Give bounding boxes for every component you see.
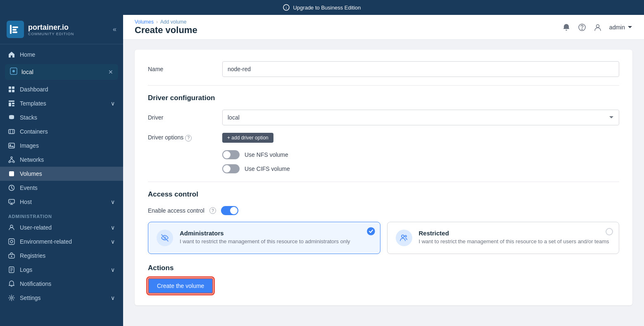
svg-rect-5 xyxy=(12,29,17,31)
sidebar-stacks-label: Stacks xyxy=(20,114,37,121)
svg-point-34 xyxy=(10,201,11,202)
sidebar-collapse-btn[interactable]: « xyxy=(113,26,116,33)
sidebar-item-events[interactable]: Events xyxy=(0,181,123,195)
events-icon xyxy=(8,185,15,191)
svg-point-37 xyxy=(10,240,13,243)
add-driver-option-btn[interactable]: + add driver option xyxy=(222,133,273,143)
env-close-btn[interactable]: ✕ xyxy=(108,69,113,75)
admin-restrict-icon xyxy=(161,234,169,242)
nfs-label: Use NFS volume xyxy=(245,151,288,158)
breadcrumb-volumes[interactable]: Volumes xyxy=(135,19,154,25)
sidebar-item-templates[interactable]: Templates ∨ xyxy=(0,96,123,110)
logs-chevron: ∨ xyxy=(111,266,115,273)
sidebar-networks-label: Networks xyxy=(20,156,44,163)
administrators-card-icon xyxy=(157,230,173,246)
svg-rect-16 xyxy=(12,105,14,106)
create-volume-btn[interactable]: Create the volume xyxy=(148,278,213,294)
sidebar-logo: portainer.io COMMUNITY EDITION « xyxy=(0,15,123,44)
breadcrumb: Volumes › Add volume xyxy=(135,19,197,25)
name-input[interactable] xyxy=(222,61,619,77)
portainer-logo-icon xyxy=(7,21,24,38)
help-icon[interactable] xyxy=(578,23,586,31)
admin-section-label: Administration xyxy=(0,209,123,221)
restricted-icon xyxy=(400,234,408,242)
sidebar-user-related-label: User-related xyxy=(20,224,52,231)
svg-rect-10 xyxy=(12,86,14,89)
sidebar-images-label: Images xyxy=(20,142,39,149)
restricted-card-content: Restricted I want to restrict the manage… xyxy=(419,230,609,244)
svg-rect-29 xyxy=(11,173,12,175)
sidebar-containers-label: Containers xyxy=(20,128,48,135)
dashboard-icon xyxy=(8,86,15,93)
sidebar-item-user-related[interactable]: User-related ∨ xyxy=(0,221,123,235)
restricted-card-icon xyxy=(396,230,412,246)
sidebar-item-settings[interactable]: Settings ∨ xyxy=(0,291,123,305)
sidebar-templates-label: Templates xyxy=(20,100,46,107)
notifications-icon xyxy=(8,280,15,287)
upgrade-icon: i xyxy=(283,4,290,11)
env-badge: local ✕ xyxy=(5,64,118,80)
admin-user-btn[interactable]: admin xyxy=(609,24,632,31)
svg-point-47 xyxy=(596,24,599,27)
driver-options-help-icon[interactable]: ? xyxy=(185,135,192,141)
templates-icon xyxy=(8,100,15,107)
svg-rect-9 xyxy=(9,86,11,89)
svg-text:i: i xyxy=(286,6,287,10)
main-content: Volumes › Add volume Create volume xyxy=(123,15,644,326)
sidebar-item-stacks[interactable]: Stacks xyxy=(0,110,123,125)
sidebar-item-images[interactable]: Images xyxy=(0,139,123,153)
upgrade-bar[interactable]: i Upgrade to Business Edition xyxy=(0,0,644,15)
sidebar-item-host[interactable]: Host ∨ xyxy=(0,195,123,209)
cifs-toggle[interactable] xyxy=(222,164,240,173)
cifs-toggle-row: Use CIFS volume xyxy=(222,164,619,173)
sidebar-item-logs[interactable]: Logs ∨ xyxy=(0,263,123,277)
stacks-icon xyxy=(8,114,15,121)
driver-select[interactable]: local xyxy=(222,110,619,125)
user-icon[interactable] xyxy=(594,23,602,31)
cifs-label: Use CIFS volume xyxy=(245,165,290,172)
sidebar-host-label: Host xyxy=(20,199,32,205)
sidebar-item-home[interactable]: Home xyxy=(0,48,123,62)
enable-ac-help-icon[interactable]: ? xyxy=(209,207,216,214)
enable-ac-row: Enable access control ? xyxy=(148,206,619,215)
host-icon xyxy=(8,199,15,205)
svg-point-35 xyxy=(10,225,13,228)
templates-chevron: ∨ xyxy=(111,100,115,107)
sidebar-item-notifications[interactable]: Notifications xyxy=(0,277,123,291)
sidebar-item-containers[interactable]: Containers xyxy=(0,125,123,139)
restricted-card[interactable]: Restricted I want to restrict the manage… xyxy=(387,222,620,254)
sidebar-item-registries[interactable]: Registries xyxy=(0,249,123,263)
restricted-card-radio xyxy=(606,228,613,235)
svg-rect-18 xyxy=(9,129,14,134)
administrators-card-check xyxy=(367,227,375,237)
administrators-card[interactable]: Administrators I want to restrict the ma… xyxy=(148,222,380,254)
svg-rect-21 xyxy=(9,143,14,148)
sidebar-item-env-related[interactable]: Environment-related ∨ xyxy=(0,235,123,249)
svg-rect-14 xyxy=(9,103,11,106)
sidebar-item-networks[interactable]: Networks xyxy=(0,153,123,167)
svg-point-44 xyxy=(11,297,13,299)
admin-label: admin xyxy=(609,24,625,31)
access-cards: Administrators I want to restrict the ma… xyxy=(148,222,619,254)
bell-icon[interactable] xyxy=(562,23,570,31)
name-row: Name xyxy=(148,61,619,77)
sidebar-item-dashboard[interactable]: Dashboard xyxy=(0,82,123,96)
images-icon xyxy=(8,142,15,149)
name-label: Name xyxy=(148,66,214,72)
sidebar: portainer.io COMMUNITY EDITION « Home xyxy=(0,15,123,326)
svg-rect-31 xyxy=(9,199,14,203)
volumes-icon xyxy=(8,170,15,177)
nfs-toggle[interactable] xyxy=(222,150,240,159)
admin-chevron-icon xyxy=(627,25,632,30)
svg-point-50 xyxy=(402,235,404,237)
actions-title: Actions xyxy=(148,264,619,272)
driver-config-title: Driver configuration xyxy=(148,94,619,102)
svg-rect-15 xyxy=(12,103,14,104)
sidebar-item-volumes[interactable]: Volumes xyxy=(0,167,123,181)
upgrade-label: Upgrade to Business Edition xyxy=(293,5,361,11)
env-related-icon xyxy=(8,238,15,245)
svg-line-27 xyxy=(12,158,14,161)
settings-chevron: ∨ xyxy=(111,295,115,301)
sidebar-settings-label: Settings xyxy=(20,295,41,301)
enable-ac-toggle[interactable] xyxy=(221,206,238,215)
